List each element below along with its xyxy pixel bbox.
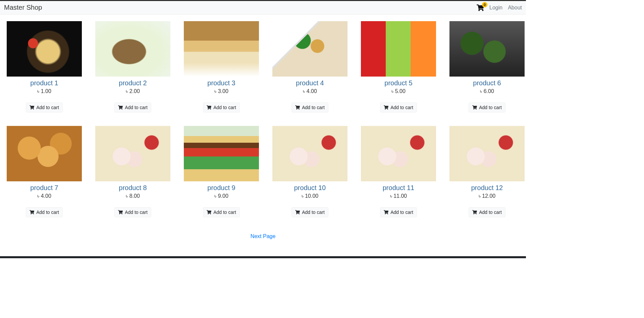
product-name[interactable]: product 11 xyxy=(383,184,415,192)
cart-icon xyxy=(118,105,123,110)
product-image[interactable] xyxy=(361,126,436,181)
product-name[interactable]: product 12 xyxy=(471,184,503,192)
product-card: product 6৳ 6.00 Add to cart xyxy=(449,21,525,112)
cart-icon xyxy=(295,105,300,110)
add-to-cart-label: Add to cart xyxy=(213,105,236,110)
navbar: Master Shop 0 Login About xyxy=(0,1,526,14)
product-card: product 5৳ 5.00 Add to cart xyxy=(361,21,436,112)
product-price: ৳ 12.00 xyxy=(479,193,495,199)
product-image[interactable] xyxy=(184,126,259,181)
add-to-cart-button[interactable]: Add to cart xyxy=(26,207,63,217)
product-price: ৳ 11.00 xyxy=(390,193,407,199)
add-to-cart-label: Add to cart xyxy=(125,105,148,110)
next-page-link[interactable]: Next Page xyxy=(251,233,276,239)
product-card: product 3৳ 3.00 Add to cart xyxy=(184,21,259,112)
cart-icon xyxy=(207,105,211,110)
product-price: ৳ 10.00 xyxy=(302,193,318,199)
add-to-cart-label: Add to cart xyxy=(213,210,236,215)
product-price: ৳ 9.00 xyxy=(214,193,228,199)
product-card: product 11৳ 11.00 Add to cart xyxy=(361,126,436,217)
product-card: product 8৳ 8.00 Add to cart xyxy=(95,126,170,217)
add-to-cart-button[interactable]: Add to cart xyxy=(291,207,328,217)
product-price: ৳ 3.00 xyxy=(214,88,228,94)
main-container: product 1৳ 1.00 Add to cartproduct 2৳ 2.… xyxy=(0,14,526,256)
cart-icon xyxy=(384,210,388,215)
add-to-cart-button[interactable]: Add to cart xyxy=(469,207,505,217)
product-name[interactable]: product 9 xyxy=(207,184,235,192)
product-card: product 12৳ 12.00 Add to cart xyxy=(449,126,525,217)
add-to-cart-label: Add to cart xyxy=(390,210,413,215)
product-name[interactable]: product 6 xyxy=(473,79,501,87)
cart-icon xyxy=(472,105,477,110)
product-price: ৳ 4.00 xyxy=(37,193,51,199)
add-to-cart-label: Add to cart xyxy=(479,105,502,110)
product-name[interactable]: product 3 xyxy=(207,79,235,87)
product-name[interactable]: product 7 xyxy=(30,184,58,192)
add-to-cart-label: Add to cart xyxy=(390,105,413,110)
product-price: ৳ 6.00 xyxy=(480,88,494,94)
about-link[interactable]: About xyxy=(508,5,522,11)
add-to-cart-label: Add to cart xyxy=(36,210,59,215)
cart-icon xyxy=(207,210,211,215)
brand-link[interactable]: Master Shop xyxy=(4,4,42,11)
product-image[interactable] xyxy=(184,21,259,77)
product-image[interactable] xyxy=(272,21,347,77)
add-to-cart-button[interactable]: Add to cart xyxy=(203,207,240,217)
product-image[interactable] xyxy=(272,126,347,181)
product-image[interactable] xyxy=(95,126,170,181)
footer-bar xyxy=(0,256,526,258)
login-link[interactable]: Login xyxy=(489,5,502,11)
product-card: product 4৳ 4.00 Add to cart xyxy=(272,21,347,112)
cart-icon xyxy=(30,210,34,215)
product-name[interactable]: product 1 xyxy=(30,79,58,87)
cart-icon xyxy=(118,210,123,215)
product-price: ৳ 4.00 xyxy=(303,88,317,94)
product-name[interactable]: product 5 xyxy=(384,79,412,87)
pagination: Next Page xyxy=(7,233,519,239)
add-to-cart-label: Add to cart xyxy=(479,210,502,215)
add-to-cart-button[interactable]: Add to cart xyxy=(203,102,240,112)
add-to-cart-label: Add to cart xyxy=(125,210,148,215)
navbar-right: 0 Login About xyxy=(477,4,522,11)
product-price: ৳ 8.00 xyxy=(126,193,140,199)
product-price: ৳ 2.00 xyxy=(126,88,140,94)
product-price: ৳ 5.00 xyxy=(391,88,406,94)
product-card: product 7৳ 4.00 Add to cart xyxy=(7,126,82,217)
product-card: product 1৳ 1.00 Add to cart xyxy=(7,21,82,112)
cart-icon xyxy=(472,210,477,215)
product-card: product 2৳ 2.00 Add to cart xyxy=(95,21,170,112)
product-grid: product 1৳ 1.00 Add to cartproduct 2৳ 2.… xyxy=(7,21,519,217)
add-to-cart-label: Add to cart xyxy=(36,105,59,110)
product-price: ৳ 1.00 xyxy=(37,88,51,94)
product-image[interactable] xyxy=(361,21,436,77)
add-to-cart-label: Add to cart xyxy=(302,210,325,215)
cart-count-badge: 0 xyxy=(482,2,487,7)
product-name[interactable]: product 4 xyxy=(296,79,324,87)
product-name[interactable]: product 8 xyxy=(119,184,147,192)
add-to-cart-button[interactable]: Add to cart xyxy=(114,207,151,217)
add-to-cart-button[interactable]: Add to cart xyxy=(469,102,505,112)
product-card: product 10৳ 10.00 Add to cart xyxy=(272,126,347,217)
cart-icon xyxy=(295,210,300,215)
product-image[interactable] xyxy=(7,21,82,77)
cart-icon xyxy=(384,105,388,110)
product-name[interactable]: product 2 xyxy=(119,79,147,87)
add-to-cart-button[interactable]: Add to cart xyxy=(380,207,417,217)
product-image[interactable] xyxy=(95,21,170,77)
product-image[interactable] xyxy=(449,21,525,77)
add-to-cart-button[interactable]: Add to cart xyxy=(291,102,328,112)
cart-icon xyxy=(30,105,34,110)
add-to-cart-button[interactable]: Add to cart xyxy=(26,102,63,112)
product-name[interactable]: product 10 xyxy=(294,184,326,192)
product-image[interactable] xyxy=(7,126,82,181)
add-to-cart-button[interactable]: Add to cart xyxy=(380,102,417,112)
product-image[interactable] xyxy=(449,126,525,181)
add-to-cart-button[interactable]: Add to cart xyxy=(114,102,151,112)
product-card: product 9৳ 9.00 Add to cart xyxy=(184,126,259,217)
add-to-cart-label: Add to cart xyxy=(302,105,325,110)
cart-link[interactable]: 0 xyxy=(477,4,484,11)
